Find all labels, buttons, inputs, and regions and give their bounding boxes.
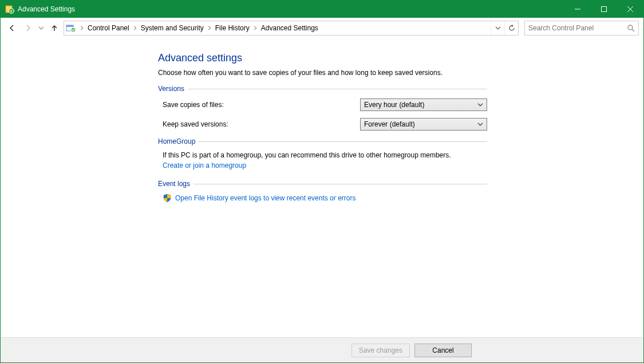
window-title: Advanced Settings	[18, 5, 75, 13]
breadcrumb-advanced-settings[interactable]: Advanced Settings	[259, 21, 320, 35]
section-header-homegroup: HomeGroup	[158, 137, 487, 145]
save-copies-label: Save copies of files:	[163, 101, 360, 109]
section-header-label: HomeGroup	[158, 137, 195, 145]
app-icon	[5, 5, 14, 14]
select-value: Every hour (default)	[364, 101, 424, 109]
breadcrumb-system-security[interactable]: System and Security	[139, 21, 206, 35]
select-value: Forever (default)	[364, 120, 415, 128]
divider	[188, 89, 487, 89]
homegroup-link[interactable]: Create or join a homegroup	[163, 161, 246, 169]
page-title: Advanced settings	[158, 52, 487, 64]
chevron-right-icon[interactable]	[206, 21, 214, 35]
recent-locations-button[interactable]	[37, 21, 45, 35]
svg-point-6	[628, 25, 633, 30]
forward-button[interactable]	[21, 21, 35, 35]
section-header-label: Event logs	[158, 180, 190, 188]
keep-versions-select[interactable]: Forever (default)	[360, 118, 487, 131]
divider	[193, 184, 487, 184]
svg-point-5	[71, 27, 76, 32]
control-panel-icon	[65, 22, 77, 34]
search-icon	[627, 24, 635, 32]
svg-rect-4	[66, 25, 73, 27]
search-box[interactable]	[524, 21, 639, 35]
page-description: Choose how often you want to save copies…	[158, 69, 487, 77]
chevron-right-icon[interactable]	[251, 21, 259, 35]
section-header-label: Versions	[158, 85, 184, 93]
eventlogs-link[interactable]: Open File History event logs to view rec…	[175, 194, 355, 202]
chevron-down-icon	[477, 121, 483, 127]
footer-bar: Save changes Cancel	[1, 337, 643, 362]
chevron-right-icon[interactable]	[131, 21, 139, 35]
keep-versions-label: Keep saved versions:	[163, 120, 360, 128]
up-button[interactable]	[48, 21, 61, 35]
save-copies-select[interactable]: Every hour (default)	[360, 98, 487, 111]
divider	[199, 141, 487, 142]
address-bar[interactable]: Control Panel System and Security File H…	[64, 21, 519, 35]
content-area: Advanced settings Choose how often you w…	[1, 38, 643, 337]
cancel-button[interactable]: Cancel	[414, 344, 472, 357]
save-changes-button[interactable]: Save changes	[351, 344, 410, 357]
chevron-right-icon[interactable]	[78, 21, 86, 35]
refresh-button[interactable]	[504, 21, 518, 35]
homegroup-text: If this PC is part of a homegroup, you c…	[163, 151, 487, 159]
shield-icon	[163, 194, 172, 203]
section-header-eventlogs: Event logs	[158, 180, 487, 188]
minimize-button[interactable]	[564, 1, 591, 18]
breadcrumb-control-panel[interactable]: Control Panel	[86, 21, 131, 35]
chevron-down-icon	[477, 102, 483, 108]
section-header-versions: Versions	[158, 85, 487, 93]
address-history-button[interactable]	[491, 21, 504, 35]
svg-rect-2	[602, 7, 607, 12]
breadcrumb-file-history[interactable]: File History	[214, 21, 251, 35]
search-input[interactable]	[528, 24, 627, 32]
maximize-button[interactable]	[591, 1, 617, 18]
close-button[interactable]	[617, 1, 643, 18]
title-bar: Advanced Settings	[1, 1, 643, 18]
back-button[interactable]	[5, 21, 19, 35]
navigation-bar: Control Panel System and Security File H…	[1, 18, 643, 38]
